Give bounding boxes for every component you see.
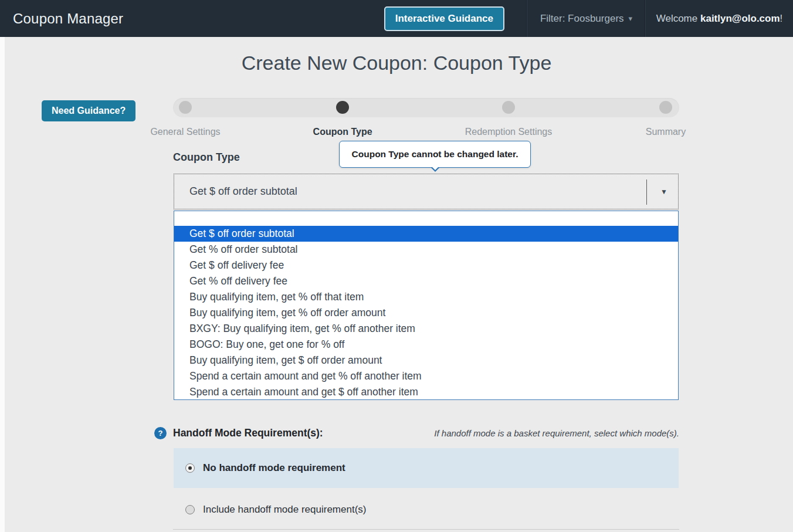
- coupon-type-select[interactable]: Get $ off order subtotal ▼: [174, 174, 679, 209]
- handoff-option-row-2[interactable]: Include handoff mode requirement(s): [174, 494, 679, 525]
- welcome-user-email: kaitlyn@olo.com: [700, 13, 780, 25]
- coupon-type-option-0[interactable]: [174, 212, 678, 226]
- radio-button[interactable]: [185, 505, 195, 514]
- step-dot-2: [336, 101, 349, 114]
- restaurant-filter-dropdown[interactable]: Filter: Foosburgers ▾: [527, 0, 645, 37]
- step-label-1: General Settings: [150, 127, 220, 137]
- stepper-labels: General SettingsCoupon TypeRedemption Se…: [173, 127, 679, 140]
- coupon-type-option-10[interactable]: Spend a certain amount and get % off ano…: [174, 368, 678, 384]
- handoff-option-row-1[interactable]: No handoff mode requirement: [174, 448, 679, 488]
- radio-label: No handoff mode requirement: [203, 462, 345, 474]
- step-dot-4: [659, 101, 672, 114]
- handoff-mode-hint: If handoff mode is a basket requirement,…: [434, 428, 679, 438]
- handoff-mode-label: Handoff Mode Requirement(s):: [173, 427, 323, 439]
- interactive-guidance-button[interactable]: Interactive Guidance: [384, 6, 504, 31]
- coupon-type-section-label: Coupon Type: [173, 151, 240, 164]
- app-title: Coupon Manager: [0, 11, 123, 27]
- coupon-type-option-9[interactable]: Buy qualifying item, get $ off order amo…: [174, 353, 678, 368]
- handoff-mode-header: ? Handoff Mode Requirement(s): If handof…: [154, 425, 679, 440]
- step-dot-3: [502, 101, 515, 114]
- filter-label: Filter: Foosburgers: [540, 13, 624, 25]
- coupon-type-option-8[interactable]: BOGO: Buy one, get one for % off: [174, 337, 678, 353]
- welcome-suffix: !: [780, 13, 783, 25]
- step-label-3: Redemption Settings: [465, 127, 553, 137]
- coupon-type-option-5[interactable]: Buy qualifying item, get % off that item: [174, 289, 678, 305]
- welcome-prefix: Welcome: [656, 13, 698, 25]
- welcome-text: Welcome kaitlyn@olo.com!: [645, 0, 793, 37]
- step-label-2: Coupon Type: [313, 127, 372, 137]
- coupon-type-option-3[interactable]: Get $ off delivery fee: [174, 257, 678, 273]
- help-icon[interactable]: ?: [154, 427, 167, 439]
- step-dot-1: [179, 101, 192, 114]
- radio-button[interactable]: [185, 463, 195, 473]
- stepper-track: [173, 98, 679, 117]
- chevron-down-icon: ▾: [629, 14, 633, 23]
- select-divider: [646, 179, 647, 205]
- coupon-type-option-11[interactable]: Spend a certain amount and get $ off ano…: [174, 384, 678, 400]
- coupon-type-option-7[interactable]: BXGY: Buy qualifying item, get % off ano…: [174, 321, 678, 337]
- top-bar: Coupon Manager Interactive Guidance Filt…: [0, 0, 793, 37]
- coupon-type-option-2[interactable]: Get % off order subtotal: [174, 242, 678, 257]
- coupon-type-option-1[interactable]: Get $ off order subtotal: [174, 226, 678, 242]
- coupon-type-listbox: Get $ off order subtotalGet % off order …: [174, 211, 679, 400]
- coupon-type-option-4[interactable]: Get % off delivery fee: [174, 273, 678, 289]
- step-label-4: Summary: [646, 127, 686, 137]
- coupon-type-selected-value: Get $ off order subtotal: [174, 185, 297, 198]
- page-title: Create New Coupon: Coupon Type: [0, 52, 793, 74]
- need-guidance-button[interactable]: Need Guidance?: [42, 100, 135, 121]
- left-edge-strip: [0, 37, 5, 532]
- radio-label: Include handoff mode requirement(s): [203, 504, 366, 516]
- select-caret-icon: ▼: [660, 188, 667, 196]
- bottom-divider: [173, 529, 679, 530]
- coupon-type-option-6[interactable]: Buy qualifying item, get % off order amo…: [174, 305, 678, 321]
- coupon-type-tooltip: Coupon Type cannot be changed later.: [339, 141, 531, 168]
